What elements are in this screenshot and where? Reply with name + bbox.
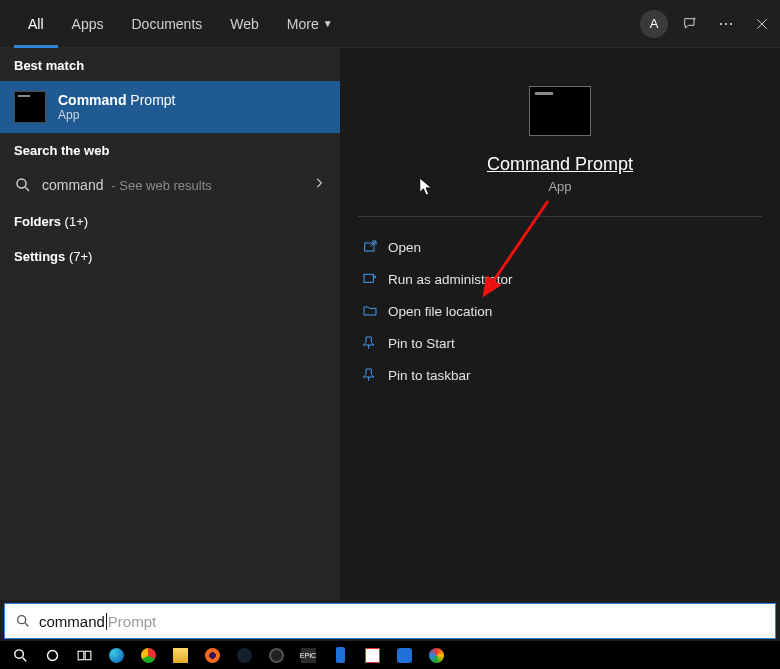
pin-start-icon: [362, 335, 388, 351]
svg-rect-7: [78, 651, 84, 660]
gear-icon: [397, 648, 412, 663]
capture-icon: [429, 648, 444, 663]
preview-subtitle: App: [548, 179, 571, 194]
taskbar-app-obs[interactable]: [260, 641, 292, 669]
tab-documents[interactable]: Documents: [117, 0, 216, 48]
pin-taskbar-icon: [362, 367, 388, 383]
tab-more[interactable]: More ▼: [273, 0, 347, 48]
taskbar-taskview-button[interactable]: [68, 641, 100, 669]
epic-icon: EPIC: [301, 648, 316, 663]
preview-title[interactable]: Command Prompt: [487, 154, 633, 175]
taskbar-app-chrome[interactable]: [132, 641, 164, 669]
firefox-icon: [205, 648, 220, 663]
taskbar: EPIC: [0, 641, 780, 669]
action-pin-to-start[interactable]: Pin to Start: [362, 327, 758, 359]
feedback-button[interactable]: [672, 6, 708, 42]
taskbar-app-epic[interactable]: EPIC: [292, 641, 324, 669]
text-caret: [106, 613, 107, 630]
web-result-term: command: [42, 177, 103, 193]
best-match-title: Command Prompt: [58, 92, 175, 108]
close-button[interactable]: [744, 6, 780, 42]
snip-icon: [365, 648, 380, 663]
best-match-header: Best match: [0, 48, 340, 81]
taskbar-cortana-button[interactable]: [36, 641, 68, 669]
svg-rect-8: [85, 651, 91, 660]
folders-category[interactable]: Folders (1+): [0, 204, 340, 239]
taskbar-app-firefox[interactable]: [196, 641, 228, 669]
best-match-subtitle: App: [58, 108, 175, 122]
taskbar-search-button[interactable]: [4, 641, 36, 669]
action-open-file-location[interactable]: Open file location: [362, 295, 758, 327]
svg-point-5: [14, 649, 22, 658]
search-scope-tabs: All Apps Documents Web More ▼ A ···: [0, 0, 780, 48]
options-button[interactable]: ···: [708, 6, 744, 42]
edge-icon: [109, 648, 124, 663]
taskbar-app-snip[interactable]: [356, 641, 388, 669]
svg-point-0: [17, 179, 26, 188]
web-result-hint: - See web results: [111, 178, 211, 193]
avatar: A: [640, 10, 668, 38]
admin-icon: [362, 271, 388, 287]
search-web-header: Search the web: [0, 133, 340, 166]
tab-all[interactable]: All: [14, 0, 58, 48]
taskbar-app-edge[interactable]: [100, 641, 132, 669]
close-icon: [754, 16, 770, 32]
chevron-right-icon: [312, 176, 326, 194]
search-typed-text: command: [39, 613, 105, 630]
web-result-row[interactable]: command - See web results: [0, 166, 340, 204]
taskbar-app-settings[interactable]: [388, 641, 420, 669]
svg-point-6: [47, 650, 57, 660]
svg-point-4: [18, 616, 26, 624]
obs-icon: [269, 648, 284, 663]
action-pin-to-taskbar[interactable]: Pin to taskbar: [362, 359, 758, 391]
action-open[interactable]: Open: [362, 231, 758, 263]
tab-web[interactable]: Web: [216, 0, 273, 48]
command-prompt-icon: [14, 91, 46, 123]
taskbar-app-steam[interactable]: [228, 641, 260, 669]
taskbar-app-explorer[interactable]: [164, 641, 196, 669]
tab-more-label: More: [287, 16, 319, 32]
taskbar-app-phone[interactable]: [324, 641, 356, 669]
action-run-as-administrator[interactable]: Run as administrator: [362, 263, 758, 295]
open-icon: [362, 239, 388, 255]
folder-icon: [362, 303, 388, 319]
results-panel: Best match Command Prompt App Search the…: [0, 48, 340, 600]
steam-icon: [237, 648, 252, 663]
feedback-icon: [682, 16, 698, 32]
svg-rect-2: [364, 274, 373, 282]
account-button[interactable]: A: [636, 6, 672, 42]
search-icon: [13, 613, 33, 629]
preview-panel: Command Prompt App Open Run as administr…: [340, 48, 780, 600]
settings-category[interactable]: Settings (7+): [0, 239, 340, 274]
search-input[interactable]: commandPrompt: [4, 603, 776, 639]
phone-icon: [336, 647, 345, 663]
chevron-down-icon: ▼: [323, 18, 333, 29]
taskbar-app-capture[interactable]: [420, 641, 452, 669]
search-suggestion-text: Prompt: [108, 613, 156, 630]
preview-app-icon: [529, 86, 591, 136]
tab-apps[interactable]: Apps: [58, 0, 118, 48]
chrome-icon: [141, 648, 156, 663]
search-icon: [14, 176, 32, 194]
folder-icon: [173, 648, 188, 663]
more-icon: ···: [718, 13, 733, 34]
best-match-result[interactable]: Command Prompt App: [0, 81, 340, 133]
